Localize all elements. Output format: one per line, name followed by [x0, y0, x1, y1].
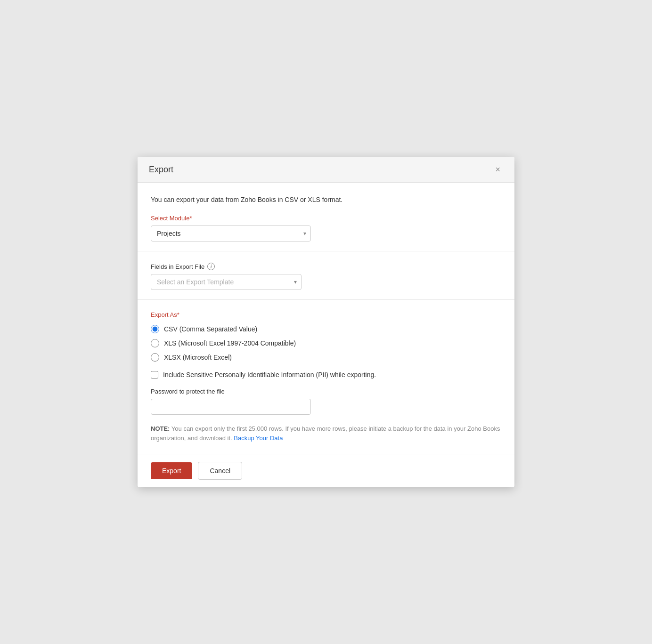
- modal-header: Export ×: [138, 157, 514, 183]
- intro-text: You can export your data from Zoho Books…: [151, 196, 501, 203]
- modal-body: You can export your data from Zoho Books…: [138, 183, 514, 443]
- export-as-group: Export As* CSV (Comma Separated Value) X…: [151, 311, 501, 443]
- modal-footer: Export Cancel: [138, 454, 514, 487]
- note-body: You can export only the first 25,000 row…: [151, 425, 500, 442]
- pii-checkbox[interactable]: [151, 371, 158, 378]
- pii-checkbox-label: Include Sensitive Personally Identifiabl…: [163, 371, 376, 378]
- note-text: NOTE: You can export only the first 25,0…: [151, 424, 501, 443]
- cancel-button[interactable]: Cancel: [198, 462, 242, 480]
- select-module-group: Select Module* Projects Invoices Bills E…: [151, 215, 501, 242]
- export-as-label: Export As*: [151, 311, 501, 318]
- radio-xlsx-label: XLSX (Microsoft Excel): [164, 354, 232, 361]
- radio-xls[interactable]: [151, 339, 159, 347]
- close-button[interactable]: ×: [492, 164, 503, 175]
- divider-2: [138, 299, 514, 300]
- divider-1: [138, 251, 514, 251]
- fields-export-group: Fields in Export File i Select an Export…: [151, 263, 501, 290]
- export-template-wrapper: Select an Export Template ▾: [151, 274, 302, 290]
- radio-csv-label: CSV (Comma Separated Value): [164, 325, 257, 333]
- export-template-dropdown[interactable]: Select an Export Template: [151, 274, 302, 290]
- note-prefix: NOTE:: [151, 425, 170, 432]
- password-label: Password to protect the file: [151, 388, 501, 395]
- radio-item-csv[interactable]: CSV (Comma Separated Value): [151, 325, 501, 333]
- select-module-wrapper: Projects Invoices Bills Expenses Contact…: [151, 225, 311, 242]
- radio-item-xls[interactable]: XLS (Microsoft Excel 1997-2004 Compatibl…: [151, 339, 501, 347]
- radio-item-xlsx[interactable]: XLSX (Microsoft Excel): [151, 353, 501, 362]
- radio-csv[interactable]: [151, 325, 159, 333]
- select-module-label: Select Module*: [151, 215, 501, 222]
- info-icon[interactable]: i: [207, 263, 215, 270]
- radio-xls-label: XLS (Microsoft Excel 1997-2004 Compatibl…: [164, 339, 296, 347]
- select-module-dropdown[interactable]: Projects Invoices Bills Expenses Contact…: [151, 225, 311, 242]
- radio-xlsx[interactable]: [151, 353, 159, 362]
- password-input[interactable]: [151, 399, 311, 415]
- export-modal: Export × You can export your data from Z…: [138, 157, 514, 487]
- fields-export-label-text: Fields in Export File: [151, 263, 204, 270]
- export-format-radio-group: CSV (Comma Separated Value) XLS (Microso…: [151, 325, 501, 362]
- export-button[interactable]: Export: [151, 462, 192, 479]
- modal-title: Export: [149, 165, 173, 175]
- fields-export-label: Fields in Export File i: [151, 263, 501, 270]
- backup-link[interactable]: Backup Your Data: [234, 435, 283, 442]
- pii-checkbox-item[interactable]: Include Sensitive Personally Identifiabl…: [151, 371, 501, 378]
